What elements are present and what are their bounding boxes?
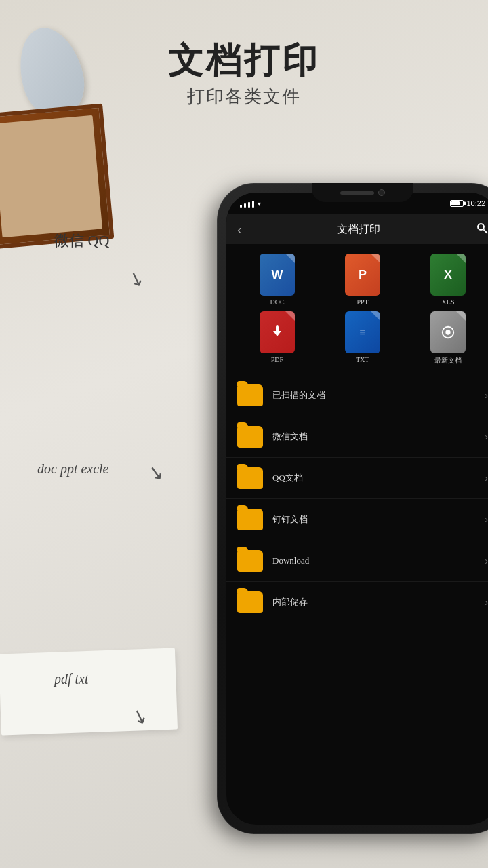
folder-name-dingtalk: 钉钉文档 <box>272 513 485 526</box>
app-header: ‹ 文档打印 <box>226 214 488 244</box>
file-type-ppt[interactable]: P PPT <box>323 254 403 306</box>
chevron-dingtalk: › <box>485 514 488 525</box>
phone-notch <box>312 183 413 202</box>
file-type-doc[interactable]: W DOC <box>237 254 317 306</box>
txt-symbol: ≡ <box>359 327 365 338</box>
chevron-qq: › <box>485 473 488 484</box>
recent-icon <box>430 311 466 353</box>
speaker <box>340 191 374 195</box>
annotation-pdf: pdf txt <box>54 671 89 687</box>
folder-scanned[interactable]: 已扫描的文档 › <box>226 375 488 416</box>
back-button[interactable]: ‹ <box>237 222 242 237</box>
annotation-doc: doc ppt excle <box>37 461 109 477</box>
phone-screen: ▾ 10:22 ‹ 文档打印 <box>226 193 488 825</box>
app-title: 文档打印 <box>337 222 380 237</box>
pdf-icon <box>260 311 295 353</box>
recent-symbol <box>441 325 455 340</box>
annotation-wechat-qq: 微信 QQ <box>54 231 109 251</box>
signal-bar-1 <box>240 205 242 208</box>
xls-label: XLS <box>442 298 455 306</box>
folder-qq[interactable]: QQ文档 › <box>226 458 488 499</box>
signal-indicators: ▾ <box>240 200 261 208</box>
chevron-download: › <box>485 555 488 566</box>
decorative-paper <box>0 648 178 735</box>
status-time: 10:22 <box>466 199 485 208</box>
doc-label: DOC <box>270 298 284 306</box>
folder-icon-qq <box>237 467 263 489</box>
battery-fill <box>451 201 459 205</box>
file-type-pdf[interactable]: PDF <box>237 311 317 366</box>
folder-dingtalk[interactable]: 钉钉文档 › <box>226 499 488 540</box>
svg-point-3 <box>446 330 450 334</box>
folder-name-scanned: 已扫描的文档 <box>272 389 485 401</box>
file-type-grid: W DOC P PPT X XLS <box>226 244 488 375</box>
ppt-letter: P <box>359 268 367 282</box>
txt-label: TXT <box>356 356 369 363</box>
folder-name-internal: 内部储存 <box>272 596 485 608</box>
chevron-wechat: › <box>485 431 488 442</box>
folder-icon-dingtalk <box>237 509 263 530</box>
front-camera <box>378 189 385 196</box>
svg-point-0 <box>478 224 484 230</box>
file-type-xls[interactable]: X XLS <box>408 254 488 306</box>
wifi-icon: ▾ <box>258 200 261 208</box>
folder-name-wechat: 微信文档 <box>272 431 485 443</box>
folder-icon-wechat <box>237 426 263 448</box>
folder-list: 已扫描的文档 › 微信文档 › QQ文档 › 钉钉文档 › <box>226 375 488 623</box>
main-title: 文档打印 <box>0 37 488 85</box>
decorative-frame <box>0 104 114 250</box>
battery-icon <box>450 200 464 207</box>
folder-icon-scanned <box>237 384 263 406</box>
search-icon[interactable] <box>476 222 488 237</box>
pdf-symbol <box>269 324 285 340</box>
phone-mockup: ▾ 10:22 ‹ 文档打印 <box>217 183 488 834</box>
folder-name-qq: QQ文档 <box>272 472 485 484</box>
folder-internal[interactable]: 内部储存 › <box>226 582 488 623</box>
folder-icon-download <box>237 550 263 572</box>
doc-icon: W <box>260 254 295 296</box>
signal-bar-4 <box>252 201 254 208</box>
status-right: 10:22 <box>450 199 485 208</box>
folder-icon-internal <box>237 591 263 613</box>
file-type-recent[interactable]: 最新文档 <box>408 311 488 366</box>
file-type-txt[interactable]: ≡ TXT <box>323 311 403 366</box>
sub-title: 打印各类文件 <box>0 85 488 108</box>
recent-label: 最新文档 <box>434 356 462 366</box>
folder-wechat[interactable]: 微信文档 › <box>226 416 488 458</box>
signal-bar-3 <box>248 202 250 208</box>
doc-letter: W <box>272 268 283 282</box>
svg-line-1 <box>484 230 487 233</box>
chevron-scanned: › <box>485 390 488 401</box>
folder-name-download: Download <box>272 555 485 566</box>
txt-icon: ≡ <box>345 311 380 353</box>
ppt-label: PPT <box>357 298 368 306</box>
signal-bar-2 <box>244 203 246 208</box>
ppt-icon: P <box>345 254 380 296</box>
chevron-internal: › <box>485 597 488 608</box>
xls-letter: X <box>444 268 452 282</box>
pdf-label: PDF <box>271 356 283 363</box>
folder-download[interactable]: Download › <box>226 540 488 582</box>
xls-icon: X <box>430 254 466 296</box>
